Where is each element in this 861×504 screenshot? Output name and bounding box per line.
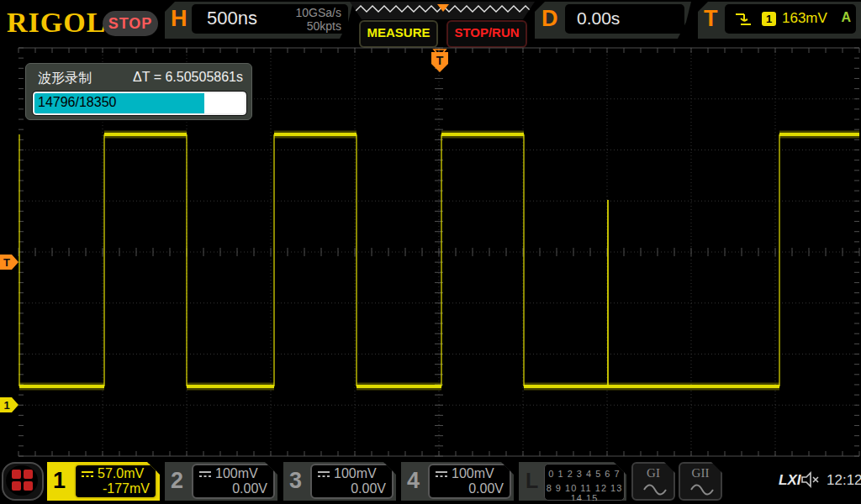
- sine-wave-icon: [690, 482, 714, 497]
- waveform-display-area: TT1 波形录制 ΔT = 6.50505861s 14796/18350: [0, 47, 861, 460]
- stop-run-button[interactable]: STOP/RUN: [446, 20, 527, 48]
- channel-3-scale: 100mV: [334, 466, 377, 481]
- delay-box[interactable]: 0.00s: [565, 4, 684, 34]
- delay-label: D: [541, 6, 558, 32]
- channel-3-number: 3: [289, 468, 302, 494]
- channel-3-offset: 0.00V: [351, 481, 386, 496]
- digital-channels-row2: 8 9 10 11 12 13 14 15: [545, 483, 624, 503]
- dc-coupling-icon: [198, 470, 212, 478]
- channel-2-button[interactable]: 2 100mV 0.00V: [165, 462, 277, 501]
- run-state-badge[interactable]: STOP: [103, 11, 158, 36]
- trigger-source-badge: 1: [762, 12, 776, 26]
- record-popup-title: 波形录制: [38, 70, 92, 87]
- channel-2-number: 2: [171, 468, 183, 494]
- oscilloscope-screen: RIGOL STOP H 500ns 10GSa/s 50kpts MEASUR…: [0, 0, 861, 504]
- digital-channels-box: 0 1 2 3 4 5 6 7 8 9 10 11 12 13 14 15: [544, 464, 625, 501]
- speaker-muted-icon[interactable]: [800, 471, 822, 488]
- delay-value: 0.00s: [577, 8, 620, 29]
- logic-analyzer-button[interactable]: L 0 1 2 3 4 5 6 7 8 9 10 11 12 13 14 15: [519, 462, 626, 501]
- clock: 12:12: [827, 472, 861, 489]
- channel-1-button[interactable]: 1 57.0mV -177mV: [47, 462, 160, 501]
- channel-1-values: 57.0mV -177mV: [74, 464, 157, 499]
- dc-coupling-icon: [435, 470, 448, 478]
- channel-2-offset: 0.00V: [232, 481, 267, 496]
- channel-3-button[interactable]: 3 100mV 0.00V: [283, 462, 396, 501]
- bottom-channel-bar: 1 57.0mV -177mV 2 100mV 0.00V 3 100mV 0.…: [0, 460, 861, 504]
- falling-edge-icon: [733, 11, 753, 28]
- record-progress-text: 14796/18350: [38, 95, 116, 110]
- channel-1-number: 1: [53, 468, 66, 494]
- generator-2-button[interactable]: GII: [679, 462, 722, 501]
- channel-4-scale: 100mV: [452, 466, 494, 481]
- waveform-record-popup: 波形录制 ΔT = 6.50505861s 14796/18350: [25, 63, 252, 120]
- timebase-value: 500ns: [207, 8, 257, 29]
- record-zigzag-icon: [350, 2, 535, 19]
- channel-3-values: 100mV 0.00V: [310, 464, 394, 499]
- channel-4-number: 4: [407, 468, 420, 494]
- trigger-level-value: 163mV: [782, 10, 827, 27]
- horizontal-label: H: [171, 6, 188, 32]
- menu-button[interactable]: [2, 462, 44, 501]
- record-progress-bar: 14796/18350: [33, 92, 246, 115]
- memory-depth: 50kpts: [296, 19, 341, 33]
- channel-1-offset: -177mV: [103, 481, 150, 496]
- channel-4-offset: 0.00V: [468, 481, 504, 496]
- channel-1-offset-label: 1: [3, 399, 9, 412]
- generator-1-label: GI: [633, 466, 673, 480]
- record-timeline-strip[interactable]: [350, 2, 535, 19]
- rigol-logo: RIGOL: [7, 7, 106, 39]
- channel-4-values: 100mV 0.00V: [428, 464, 511, 499]
- channel-2-values: 100mV 0.00V: [192, 464, 275, 499]
- menu-grid-icon: [6, 465, 38, 496]
- digital-channels-row1: 0 1 2 3 4 5 6 7: [545, 469, 624, 479]
- record-delta-t: ΔT = 6.50505861s: [133, 70, 243, 85]
- sine-wave-icon: [643, 482, 667, 497]
- trigger-box[interactable]: 1 163mV A: [725, 4, 856, 34]
- dc-coupling-icon: [81, 470, 94, 478]
- trigger-position-label: T: [436, 54, 444, 67]
- sample-rate: 10GSa/s: [296, 6, 341, 19]
- measure-button[interactable]: MEASURE: [359, 20, 438, 48]
- samplerate-memdepth: 10GSa/s 50kpts: [296, 6, 341, 33]
- top-status-bar: RIGOL STOP H 500ns 10GSa/s 50kpts MEASUR…: [0, 0, 861, 47]
- channel-4-button[interactable]: 4 100mV 0.00V: [401, 462, 514, 501]
- logic-analyzer-label: L: [526, 469, 538, 493]
- channel-2-scale: 100mV: [215, 466, 258, 481]
- trigger-level-label: T: [3, 256, 10, 269]
- channel-1-scale: 57.0mV: [98, 466, 144, 481]
- generator-2-label: GII: [680, 466, 721, 480]
- timebase-box[interactable]: 500ns 10GSa/s 50kpts: [192, 4, 348, 34]
- dc-coupling-icon: [317, 470, 330, 478]
- lxi-logo: LXI: [779, 472, 800, 489]
- generator-1-button[interactable]: GI: [631, 462, 675, 501]
- trigger-sweep-mode: A: [841, 10, 851, 25]
- trigger-label: T: [704, 6, 718, 32]
